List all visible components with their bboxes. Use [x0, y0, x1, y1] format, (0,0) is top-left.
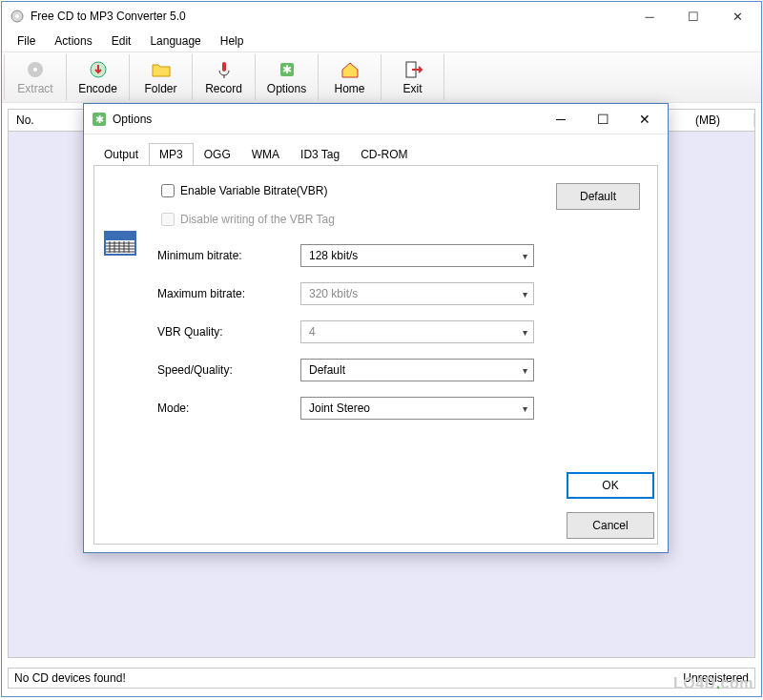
vbr-enable-checkbox[interactable]	[161, 184, 175, 197]
toolbar-encode[interactable]: Encode	[67, 54, 130, 100]
min-bitrate-row: Minimum bitrate: 128 kbit/s ▾	[157, 244, 640, 267]
tab-output[interactable]: Output	[93, 143, 149, 166]
tab-cdrom[interactable]: CD-ROM	[350, 143, 418, 166]
svg-point-3	[33, 68, 37, 72]
toolbar-home[interactable]: Home	[319, 54, 382, 100]
max-bitrate-label: Maximum bitrate:	[157, 287, 300, 300]
dialog-minimize-button[interactable]: ─	[540, 106, 582, 133]
status-text: No CD devices found!	[14, 671, 126, 685]
svg-rect-5	[222, 62, 226, 72]
dialog-close-button[interactable]: ✕	[624, 106, 666, 133]
mp3-side-icon	[104, 227, 136, 259]
ok-button[interactable]: OK	[567, 472, 654, 499]
max-bitrate-row: Maximum bitrate: 320 kbit/s ▾	[157, 282, 640, 305]
vbr-enable-label: Enable Variable Bitrate(VBR)	[180, 184, 328, 197]
vbr-disable-tag-label: Disable writing of the VBR Tag	[180, 213, 335, 226]
tab-ogg[interactable]: OGG	[194, 143, 241, 166]
toolbar-extract[interactable]: Extract	[4, 54, 67, 100]
vbr-disable-tag-row: Disable writing of the VBR Tag	[157, 210, 640, 229]
dialog-title: Options	[113, 113, 540, 126]
app-icon	[10, 9, 25, 24]
mode-row: Mode: Joint Stereo ▾	[157, 397, 640, 420]
watermark: LO4D.com	[673, 675, 753, 692]
speed-quality-label: Speed/Quality:	[157, 363, 300, 377]
default-button[interactable]: Default	[556, 183, 640, 210]
minimize-button[interactable]: ─	[628, 3, 671, 30]
min-bitrate-combo[interactable]: 128 kbit/s ▾	[300, 244, 534, 267]
tab-strip: Output MP3 OGG WMA ID3 Tag CD-ROM	[93, 142, 658, 165]
encode-icon	[88, 59, 109, 80]
dialog-button-column: OK Cancel	[567, 472, 654, 539]
menu-edit[interactable]: Edit	[102, 32, 141, 50]
tab-id3[interactable]: ID3 Tag	[290, 143, 350, 166]
toolbar: Extract Encode Folder Record ✱ Options H…	[2, 51, 761, 103]
status-bar: No CD devices found! Unregistered	[8, 668, 755, 689]
menu-file[interactable]: File	[8, 32, 45, 50]
mode-label: Mode:	[157, 401, 300, 415]
close-button[interactable]: ✕	[715, 3, 759, 30]
chevron-down-icon: ▾	[523, 403, 527, 414]
vbr-quality-label: VBR Quality:	[157, 325, 300, 339]
speed-quality-combo[interactable]: Default ▾	[300, 359, 534, 381]
col-no[interactable]: No.	[9, 113, 91, 127]
speed-quality-row: Speed/Quality: Default ▾	[157, 359, 640, 381]
menu-actions[interactable]: Actions	[45, 32, 101, 50]
dialog-maximize-button[interactable]: ☐	[582, 106, 624, 133]
vbr-disable-tag-checkbox	[161, 213, 175, 226]
options-icon: ✱	[277, 59, 298, 80]
dialog-titlebar: ✱ Options ─ ☐ ✕	[84, 104, 668, 134]
toolbar-exit[interactable]: Exit	[382, 54, 444, 100]
main-titlebar: Free CD to MP3 Converter 5.0 ─ ☐ ✕	[2, 2, 761, 31]
chevron-down-icon: ▾	[523, 327, 527, 338]
svg-text:✱: ✱	[282, 63, 292, 76]
menubar: File Actions Edit Language Help	[2, 31, 761, 51]
min-bitrate-label: Minimum bitrate:	[157, 249, 300, 262]
mode-combo[interactable]: Joint Stereo ▾	[300, 397, 534, 420]
toolbar-record[interactable]: Record	[193, 54, 256, 100]
maximize-button[interactable]: ☐	[671, 3, 715, 30]
svg-point-1	[15, 14, 19, 18]
home-icon	[340, 59, 361, 80]
options-dialog: ✱ Options ─ ☐ ✕ Output MP3 OGG WMA ID3 T…	[83, 103, 669, 553]
chevron-down-icon: ▾	[523, 289, 527, 299]
menu-language[interactable]: Language	[140, 32, 210, 50]
max-bitrate-combo: 320 kbit/s ▾	[300, 282, 534, 305]
main-window-title: Free CD to MP3 Converter 5.0	[31, 10, 628, 23]
chevron-down-icon: ▾	[523, 365, 527, 376]
tab-wma[interactable]: WMA	[241, 143, 290, 166]
col-mb[interactable]: (MB)	[688, 113, 754, 127]
svg-text:✱: ✱	[95, 113, 104, 125]
tab-mp3[interactable]: MP3	[149, 143, 194, 166]
exit-icon	[402, 59, 423, 80]
toolbar-options[interactable]: ✱ Options	[256, 54, 319, 100]
record-icon	[214, 59, 235, 80]
cancel-button[interactable]: Cancel	[567, 512, 654, 539]
toolbar-folder[interactable]: Folder	[130, 54, 193, 100]
menu-help[interactable]: Help	[211, 32, 254, 50]
vbr-quality-combo: 4 ▾	[300, 320, 534, 343]
extract-icon	[25, 59, 46, 80]
chevron-down-icon: ▾	[523, 251, 527, 261]
vbr-quality-row: VBR Quality: 4 ▾	[157, 320, 640, 343]
folder-icon	[151, 59, 172, 80]
options-dialog-icon: ✱	[92, 112, 107, 127]
